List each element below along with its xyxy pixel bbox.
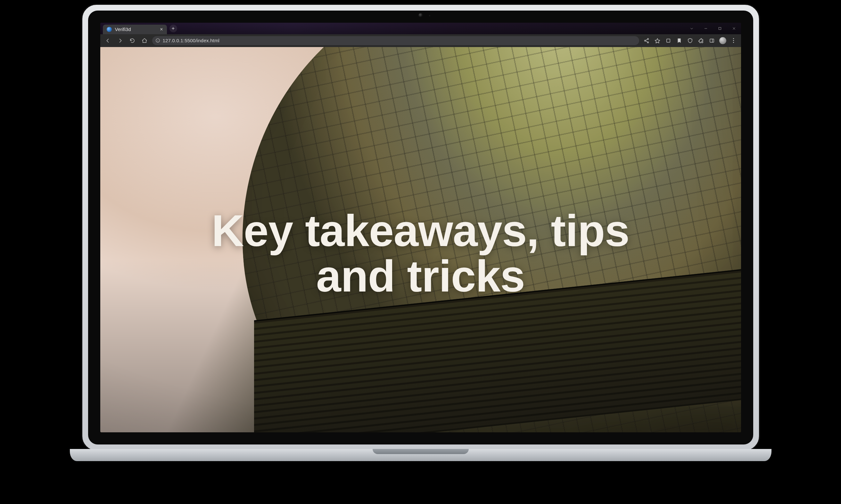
toolbar-right <box>642 36 738 45</box>
home-icon <box>142 38 148 43</box>
shield-icon <box>687 38 693 43</box>
reload-button[interactable] <box>128 36 137 45</box>
chevron-down-icon <box>689 26 694 31</box>
arrow-right-icon <box>117 38 123 43</box>
avatar-icon <box>719 37 726 44</box>
sidepanel-button[interactable] <box>708 36 716 45</box>
svg-rect-14 <box>710 39 714 42</box>
favicon-icon <box>107 27 112 32</box>
svg-rect-1 <box>719 27 721 30</box>
close-tab-button[interactable]: × <box>160 27 163 32</box>
screen: Verifi3d × + <box>100 23 741 432</box>
panel-icon <box>709 38 715 43</box>
maximize-icon <box>718 26 722 31</box>
trackpad-notch <box>373 449 469 454</box>
arrow-left-icon <box>105 38 111 43</box>
back-button[interactable] <box>103 36 113 45</box>
profile-button[interactable] <box>719 36 727 45</box>
page-viewport[interactable]: Key takeaways, tips and tricks <box>100 47 741 432</box>
laptop-shadow <box>123 463 719 473</box>
extension-2-button[interactable] <box>675 36 683 45</box>
square-icon <box>666 38 671 43</box>
svg-line-11 <box>646 41 648 41</box>
window-controls <box>685 23 741 34</box>
url-text: 127.0.0.1:5500/index.html <box>163 38 220 43</box>
browser-toolbar: 127.0.0.1:5500/index.html <box>100 34 741 47</box>
window-close-button[interactable] <box>727 23 741 34</box>
share-icon <box>643 38 649 43</box>
star-icon <box>654 38 660 43</box>
address-bar[interactable]: 127.0.0.1:5500/index.html <box>152 36 639 45</box>
laptop-mockup: Verifi3d × + <box>70 3 771 473</box>
minimize-icon <box>704 26 708 31</box>
canvas: Verifi3d × + <box>0 0 841 504</box>
browser-titlebar: Verifi3d × + <box>100 23 741 34</box>
home-button[interactable] <box>140 36 149 45</box>
window-minimize-button[interactable] <box>699 23 713 34</box>
window-dropdown-button[interactable] <box>685 23 699 34</box>
webcam-led <box>429 15 430 16</box>
close-icon <box>732 26 736 31</box>
puzzle-icon <box>698 38 704 43</box>
kebab-icon <box>733 38 734 43</box>
svg-rect-13 <box>666 39 670 42</box>
svg-line-10 <box>646 39 648 40</box>
reload-icon <box>130 38 135 43</box>
hero-title: Key takeaways, tips and tricks <box>100 208 741 300</box>
bookmark-fill-icon <box>676 38 682 43</box>
new-tab-button[interactable]: + <box>170 25 177 32</box>
forward-button[interactable] <box>116 36 125 45</box>
share-button[interactable] <box>642 36 651 45</box>
info-icon <box>155 38 160 43</box>
extension-1-button[interactable] <box>664 36 672 45</box>
window-maximize-button[interactable] <box>713 23 727 34</box>
laptop-lid: Verifi3d × + <box>81 3 760 451</box>
extension-3-button[interactable] <box>686 36 694 45</box>
tab-title: Verifi3d <box>115 26 131 32</box>
webcam <box>418 13 423 18</box>
laptop-base <box>70 449 771 461</box>
browser-tab-active[interactable]: Verifi3d × <box>103 25 167 34</box>
menu-button[interactable] <box>730 36 738 45</box>
svg-marker-12 <box>655 38 660 43</box>
laptop-reflection <box>81 476 760 504</box>
bookmark-button[interactable] <box>653 36 662 45</box>
extensions-button[interactable] <box>697 36 705 45</box>
